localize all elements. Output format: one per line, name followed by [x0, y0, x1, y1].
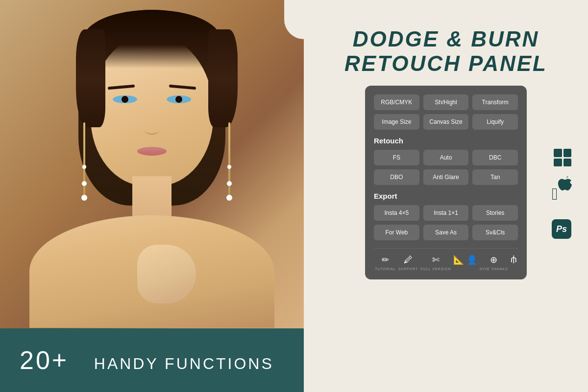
give-thanks-icon-item[interactable]: ⊕ GIVE THANKS: [480, 254, 508, 271]
right-content-area: DODGE & BURN RETOUCH PANEL RGB/CMYK Sh/H…: [304, 0, 588, 392]
dbo-button[interactable]: DBO: [374, 169, 419, 185]
tutorial-icon: ✏: [382, 254, 389, 265]
support-icon-item[interactable]: 🖉 SUPPORT: [398, 255, 418, 271]
tutorial-label: TUTORIAL: [375, 267, 396, 271]
page-wrapper: 20+ HANDY FUNCTIONS DODGE & BURN RETOUCH…: [0, 0, 588, 392]
top-buttons-row1: RGB/CMYK Sh/Highl Transform: [374, 94, 518, 110]
insta-1x1-button[interactable]: Insta 1×1: [423, 205, 469, 221]
anti-glare-button[interactable]: Anti Glare: [423, 169, 469, 185]
support-icon: 🖉: [404, 255, 413, 265]
tool1-icon-item[interactable]: 📐: [453, 254, 464, 271]
tutorial-icon-item[interactable]: ✏ TUTORIAL: [375, 254, 396, 271]
bottom-banner-text: 20+ HANDY FUNCTIONS: [20, 346, 274, 375]
functions-number: 20+: [20, 346, 69, 374]
apple-icon: : [552, 185, 558, 202]
functions-label: HANDY FUNCTIONS: [94, 355, 274, 372]
dbc-button[interactable]: DBC: [472, 150, 518, 165]
apple-svg-icon: [558, 174, 573, 194]
ps-label: Ps: [556, 224, 567, 234]
give-thanks-label: GIVE THANKS: [480, 267, 508, 271]
eye-left: [113, 95, 137, 103]
auto-button[interactable]: Auto: [423, 150, 469, 165]
platform-icons:  Ps: [552, 147, 573, 239]
control-panel: RGB/CMYK Sh/Highl Transform Image Size C…: [365, 86, 527, 279]
retouch-row1: FS Auto DBC: [374, 150, 518, 165]
tan-button[interactable]: Tan: [472, 169, 518, 185]
win-square-tl: [554, 149, 562, 157]
hair-right: [208, 29, 238, 127]
lips: [137, 147, 167, 156]
hand: [137, 245, 196, 303]
nose: [145, 125, 159, 135]
sh-highl-button[interactable]: Sh/Highl: [423, 94, 469, 110]
image-size-button[interactable]: Image Size: [374, 114, 419, 130]
tool3-icon: ψ: [511, 255, 517, 265]
for-web-button[interactable]: For Web: [374, 225, 419, 240]
fs-button[interactable]: FS: [374, 150, 419, 165]
windows-icon: [554, 149, 571, 166]
liquify-button[interactable]: Liquify: [472, 114, 518, 130]
win-square-br: [564, 159, 572, 167]
full-version-icon-item[interactable]: ✄ FULL VERSION: [420, 254, 451, 271]
save-as-button[interactable]: Save As: [423, 225, 469, 240]
export-row2: For Web Save As Sv&Cls: [374, 225, 518, 240]
export-row1: Insta 4×5 Insta 1×1 Stories: [374, 205, 518, 221]
retouch-row2: DBO Anti Glare Tan: [374, 169, 518, 185]
hair-left: [76, 29, 105, 127]
title-line2: RETOUCH PANEL: [344, 51, 547, 76]
canvas-size-button[interactable]: Canvas Size: [423, 114, 469, 130]
tool3-label: [513, 267, 514, 271]
top-buttons-row2: Image Size Canvas Size Liquify: [374, 114, 518, 130]
transform-button[interactable]: Transform: [472, 94, 518, 110]
support-label: SUPPORT: [398, 267, 418, 271]
tool1-icon: 📐: [453, 254, 464, 265]
sv-cls-button[interactable]: Sv&Cls: [472, 225, 518, 240]
win-square-tr: [564, 149, 572, 157]
photoshop-icon: Ps: [552, 219, 571, 239]
earring-right: [228, 122, 230, 201]
eye-right: [167, 95, 191, 103]
full-version-label: FULL VERSION: [420, 267, 451, 271]
title-line1: DODGE & BURN: [344, 27, 547, 51]
bottom-banner: 20+ HANDY FUNCTIONS: [0, 328, 304, 392]
tool1-label: [458, 267, 460, 271]
insta-4x5-button[interactable]: Insta 4×5: [374, 205, 419, 221]
rgb-cmyk-button[interactable]: RGB/CMYK: [374, 94, 419, 110]
tool2-label: [471, 267, 473, 271]
give-thanks-icon: ⊕: [490, 254, 497, 265]
win-square-bl: [554, 159, 562, 167]
export-section-label: Export: [374, 192, 518, 200]
apple-platform-icon: : [552, 183, 573, 205]
earring-left: [83, 122, 85, 201]
full-version-icon: ✄: [432, 254, 440, 265]
icon-bar: ✏ TUTORIAL 🖉 SUPPORT ✄ FULL VERSION 📐 👤: [374, 248, 518, 271]
tool2-icon: 👤: [466, 254, 477, 265]
retouch-section-label: Retouch: [374, 137, 518, 145]
title-area: DODGE & BURN RETOUCH PANEL: [344, 0, 547, 76]
windows-platform-icon: [552, 147, 573, 168]
photo-area: 20+ HANDY FUNCTIONS: [0, 0, 304, 392]
tool3-icon-item[interactable]: ψ: [511, 255, 517, 271]
stories-button[interactable]: Stories: [472, 205, 518, 221]
tool2-icon-item[interactable]: 👤: [466, 254, 477, 271]
